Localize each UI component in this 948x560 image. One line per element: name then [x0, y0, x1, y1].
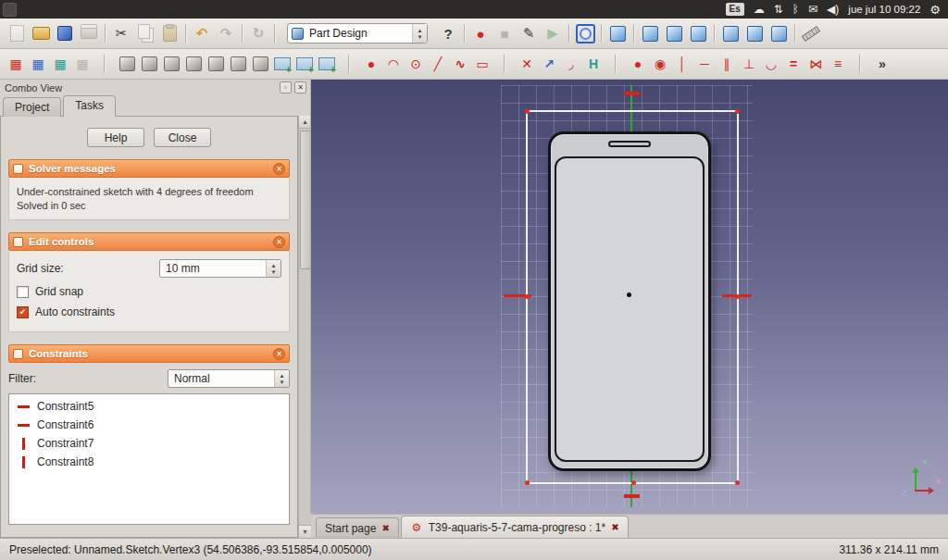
collapse-section-icon[interactable]: ✕ — [273, 236, 285, 248]
constraint-list-item[interactable]: Constraint7 — [9, 434, 289, 453]
combo-arrows-icon[interactable]: ▴ ▾ — [412, 24, 427, 43]
refresh-icon[interactable]: ↻ — [246, 21, 270, 45]
axonometric-view-icon[interactable] — [605, 21, 630, 45]
app-window-icon[interactable] — [3, 3, 17, 17]
left-view-icon[interactable] — [767, 21, 791, 45]
measure-distance-icon[interactable] — [799, 21, 823, 45]
fit-all-icon[interactable] — [573, 21, 597, 45]
mail-icon[interactable]: ✉ — [808, 3, 817, 16]
auto-constraints-checkbox[interactable]: ✔ — [17, 306, 29, 318]
tab-start-page[interactable]: Start page ✖ — [316, 517, 399, 538]
edit-controls-header[interactable]: Edit controls ✕ — [8, 232, 290, 251]
external-geometry-icon[interactable]: ↗ — [538, 52, 560, 76]
keyboard-layout-indicator[interactable]: Es — [726, 3, 744, 16]
phone-screen-outline[interactable] — [555, 156, 705, 462]
grid-size-select[interactable]: 10 mm ▴ ▾ — [159, 259, 281, 278]
fillet-icon[interactable] — [205, 52, 227, 76]
axis-constraint-mark-bottom[interactable] — [624, 494, 640, 498]
vertex-point[interactable] — [525, 294, 530, 299]
grid-snap-checkbox[interactable] — [17, 286, 29, 298]
cut-icon[interactable]: ✂ — [109, 21, 133, 45]
close-tab-icon[interactable]: ✖ — [381, 523, 389, 533]
clock[interactable]: jue jul 10 09:22 — [848, 4, 920, 15]
vertex-point[interactable] — [735, 294, 740, 299]
chamfer-icon[interactable] — [227, 52, 249, 76]
horizontal-constraint-icon[interactable]: ─ — [693, 52, 716, 76]
create-circle-icon[interactable]: ⊙ — [405, 52, 427, 76]
constraint-list-item[interactable]: Constraint8 — [9, 453, 289, 471]
vertex-point[interactable] — [631, 480, 636, 485]
paste-icon[interactable] — [157, 21, 181, 45]
create-polyline-icon[interactable]: ∿ — [449, 52, 471, 76]
toggle-construction-icon[interactable]: H — [582, 52, 605, 76]
print-icon[interactable] — [77, 21, 101, 45]
3d-viewport[interactable]: Y X Z — [311, 80, 948, 514]
bluetooth-icon[interactable]: ᛒ — [792, 3, 799, 16]
symmetric-constraint-icon[interactable]: ⋈ — [805, 52, 827, 76]
polar-pattern-icon[interactable] — [293, 52, 316, 76]
close-tab-icon[interactable]: ✖ — [611, 522, 618, 532]
volume-icon[interactable]: ◀) — [827, 3, 839, 16]
vertical-constraint-icon[interactable]: │ — [671, 52, 693, 76]
vertex-point[interactable] — [525, 109, 530, 114]
toolbar-overflow-icon[interactable]: » — [871, 52, 893, 76]
trim-edge-icon[interactable]: ✕ — [516, 52, 538, 76]
create-rectangle-icon[interactable]: ▭ — [471, 52, 493, 76]
create-fillet-icon[interactable]: ◞ — [560, 52, 582, 76]
whats-this-icon[interactable]: ? — [436, 21, 460, 45]
combo-arrows-icon[interactable]: ▴ ▾ — [274, 370, 289, 387]
mirrored-icon[interactable] — [249, 52, 271, 76]
phone-body-outline[interactable] — [548, 131, 711, 471]
macro-execute-icon[interactable]: ▶ — [541, 21, 565, 45]
create-sketch-icon[interactable]: ▦ — [5, 52, 27, 76]
pocket-icon[interactable] — [138, 52, 160, 76]
groove-icon[interactable] — [182, 52, 205, 76]
network-updown-icon[interactable]: ⇅ — [774, 3, 783, 16]
sketch-center-point[interactable] — [627, 292, 631, 297]
macro-edit-icon[interactable]: ✎ — [517, 21, 541, 45]
vertex-point[interactable] — [525, 480, 530, 485]
tab-document[interactable]: T39-aquaris-5-7-cama-progreso : 1* ✖ — [401, 516, 629, 538]
point-on-object-constraint-icon[interactable]: ◉ — [649, 52, 671, 76]
workbench-selector[interactable]: Part Design ▴ ▾ — [287, 23, 428, 44]
lock-constraint-icon[interactable]: ≡ — [827, 52, 849, 76]
parallel-constraint-icon[interactable]: ∥ — [716, 52, 738, 76]
constraint-list-item[interactable]: Constraint6 — [9, 416, 289, 434]
perpendicular-constraint-icon[interactable]: ⊥ — [738, 52, 760, 76]
axis-constraint-mark-top[interactable] — [624, 92, 640, 95]
revolution-icon[interactable] — [160, 52, 182, 76]
panel-scrollbar[interactable]: ▲ ▼ — [298, 116, 311, 538]
combo-arrows-icon[interactable]: ▴ ▾ — [266, 260, 281, 277]
leave-sketch-icon[interactable]: ▦ — [71, 52, 94, 76]
coincident-constraint-icon[interactable]: ● — [627, 52, 649, 76]
create-line-icon[interactable]: ╱ — [427, 52, 449, 76]
linear-pattern-icon[interactable] — [271, 52, 293, 76]
vertex-point[interactable] — [735, 480, 740, 485]
create-arc-icon[interactable]: ◠ — [382, 52, 405, 76]
front-view-icon[interactable] — [638, 21, 662, 45]
rear-view-icon[interactable] — [718, 21, 742, 45]
new-file-icon[interactable] — [5, 21, 29, 45]
vertex-point[interactable] — [735, 109, 740, 114]
close-panel-icon[interactable]: ✕ — [294, 81, 306, 93]
constraints-header[interactable]: Constraints ✕ — [8, 344, 290, 363]
cloud-status-icon[interactable]: ☁ — [754, 3, 765, 16]
map-sketch-icon[interactable]: ▦ — [49, 52, 71, 76]
phone-speaker-slot[interactable] — [608, 141, 651, 147]
scrollbar-thumb[interactable] — [300, 131, 311, 269]
save-file-icon[interactable] — [53, 21, 77, 45]
tab-tasks[interactable]: Tasks — [63, 95, 116, 117]
top-view-icon[interactable] — [662, 21, 686, 45]
collapse-section-icon[interactable]: ✕ — [273, 163, 285, 175]
pad-icon[interactable] — [116, 52, 138, 76]
collapse-section-icon[interactable]: ✕ — [273, 348, 285, 360]
help-button[interactable]: Help — [87, 128, 144, 147]
multitransform-icon[interactable] — [316, 52, 338, 76]
undo-icon[interactable]: ↶ — [190, 21, 214, 45]
filter-select[interactable]: Normal ▴ ▾ — [168, 369, 290, 388]
open-file-icon[interactable] — [29, 21, 53, 45]
macro-stop-icon[interactable]: ■ — [493, 21, 517, 45]
scroll-down-icon[interactable]: ▼ — [299, 525, 312, 538]
tangent-constraint-icon[interactable]: ◡ — [760, 52, 782, 76]
close-button[interactable]: Close — [154, 128, 211, 147]
